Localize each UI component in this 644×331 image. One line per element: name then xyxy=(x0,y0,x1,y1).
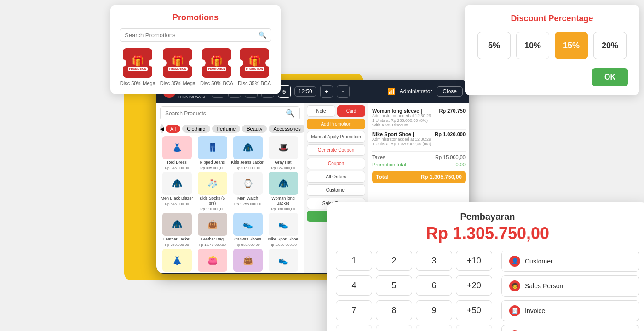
list-item[interactable]: 🎁PROMOTION Disc 50% Mega xyxy=(120,48,155,86)
numpad-button[interactable]: 0 xyxy=(376,325,412,331)
list-item[interactable]: 🧥Men Black BlazerRp 545.000,00 xyxy=(160,172,194,211)
category-beauty[interactable]: Beauty xyxy=(242,125,267,133)
category-clothing[interactable]: Clothing xyxy=(182,125,210,133)
card-button[interactable]: Card xyxy=(337,105,365,117)
numpad-button[interactable]: ⌫ xyxy=(456,325,492,331)
payment-action-button[interactable]: 🧾Invoice xyxy=(501,300,639,321)
numpad-button[interactable]: . xyxy=(416,325,452,331)
list-item[interactable]: 🧥Kids Jeans JacketRp 215.000,00 xyxy=(231,136,264,170)
list-item[interactable]: ⌚Men WatchRp 1.755.000,00 xyxy=(231,172,264,211)
ok-button[interactable]: OK xyxy=(592,68,628,86)
order-item-1-meta3: With a 5% Discount xyxy=(372,123,466,127)
numpad-button[interactable]: +50 xyxy=(456,300,492,320)
list-item[interactable]: 🧥Leather JacketRp 750.000,00 xyxy=(160,213,194,247)
discount-btn-20[interactable]: 20% xyxy=(593,32,627,59)
promotions-panel: Promotions 🔍 🎁PROMOTION Disc 50% Mega 🎁P… xyxy=(110,5,281,94)
list-item[interactable]: 🎁PROMOTION Disc 50% BCA xyxy=(200,48,233,86)
payment-title: Pembayaran xyxy=(336,211,639,222)
promo-name-1: Disc 50% Mega xyxy=(120,80,155,86)
customer-button[interactable]: Customer xyxy=(307,184,365,196)
order-item-1-meta2: 1 Units at Rp 285.000,00 (8%) xyxy=(372,118,466,123)
numpad-button[interactable]: 9 xyxy=(416,300,452,320)
total-label: Total xyxy=(376,174,389,180)
numpad-button[interactable]: +20 xyxy=(456,275,492,296)
numpad-button[interactable]: 3 xyxy=(416,251,452,271)
list-item[interactable]: 👜Leather BagRp 1.240.000,00 xyxy=(196,213,229,247)
discount-title: Discount Percentage xyxy=(476,14,628,23)
promo-label: Promotion total xyxy=(372,162,406,167)
numpad-button[interactable]: 5 xyxy=(376,275,412,296)
numpad-button[interactable]: 2 xyxy=(376,251,412,271)
list-item[interactable]: 👗Beach DressRp 345.000,00 xyxy=(160,249,194,273)
order-item-1-price: Rp 270.750 xyxy=(439,108,466,114)
ticket-icon-1: 🎁PROMOTION xyxy=(123,48,152,78)
add-tab-button[interactable]: + xyxy=(320,85,333,98)
coupon-button[interactable]: Coupon xyxy=(307,158,365,169)
payment-action-icon: 🧾 xyxy=(509,305,520,316)
discount-btn-10[interactable]: 10% xyxy=(516,32,549,59)
numpad-button[interactable]: 7 xyxy=(336,300,372,320)
note-button[interactable]: Note xyxy=(307,105,335,117)
products-grid: 👗Red DressRp 345.000,00👖Ripped JeansRp 3… xyxy=(156,136,304,273)
numpad-button[interactable]: 1 xyxy=(336,251,372,271)
manual-promo-button[interactable]: Manual Apply Promotion xyxy=(307,131,365,143)
promo-name-3: Disc 50% BCA xyxy=(200,80,233,86)
promo-value: 0.00 xyxy=(456,162,466,167)
category-prev-button[interactable]: ◀ xyxy=(160,124,164,133)
numpad-button[interactable]: 4 xyxy=(336,275,372,296)
list-item[interactable]: 👜Lady Bag 2Rp 750.000,00 xyxy=(231,249,264,273)
order-totals: Taxes Rp 15.000,00 Promotion total 0.00 xyxy=(372,151,466,168)
add-promotion-button[interactable]: Add Promotion xyxy=(307,119,365,129)
discount-btn-5[interactable]: 5% xyxy=(477,32,511,59)
list-item[interactable]: 👗Red DressRp 345.000,00 xyxy=(160,136,194,170)
time-display: 12:50 xyxy=(294,86,316,97)
payment-action-button[interactable]: 👤Customer xyxy=(501,251,639,272)
product-search-input[interactable] xyxy=(165,110,286,117)
discount-options: 5% 10% 15% 20% xyxy=(476,32,628,59)
category-accessories[interactable]: Accessories xyxy=(269,125,304,133)
generate-coupon-button[interactable]: Generate Coupon xyxy=(307,144,365,156)
numpad-button[interactable]: C xyxy=(336,325,372,331)
taxes-value: Rp 15.000,00 xyxy=(435,154,466,160)
promo-row: Promotion total 0.00 xyxy=(372,161,466,168)
list-item[interactable]: 🧦Kids Socks (5 prs)Rp 110.000,00 xyxy=(196,172,229,211)
payment-action-button[interactable]: 🧑Sales Person xyxy=(501,275,639,297)
total-value: Rp 1.305.750,00 xyxy=(421,174,462,180)
order-item-2-meta2: 1 Units at Rp 1.020.000,00 (n/a) xyxy=(372,142,466,146)
all-orders-button[interactable]: All Orders xyxy=(307,171,365,183)
close-button[interactable]: Close xyxy=(437,86,463,97)
list-item[interactable]: 👟Canvas ShoesRp 580.000,00 xyxy=(231,213,264,247)
wifi-icon: 📶 xyxy=(387,88,395,95)
list-item[interactable]: 🎁PROMOTION Disc 35% Mega xyxy=(160,48,196,86)
taxes-row: Taxes Rp 15.000,00 xyxy=(372,154,466,161)
list-item[interactable]: 🧥Woman long JacketRp 330.000,00 xyxy=(266,172,300,211)
ticket-icon-2: 🎁PROMOTION xyxy=(163,48,192,78)
promo-name-4: Disc 35% BCA xyxy=(238,80,271,86)
discount-btn-15[interactable]: 15% xyxy=(555,32,588,59)
numpad-button[interactable]: +10 xyxy=(456,251,492,271)
list-item[interactable]: 🎁PROMOTION Disc 35% BCA xyxy=(238,48,271,86)
list-item[interactable]: 🎩Gray HatRp 124.000,00 xyxy=(266,136,300,170)
category-bar: ◀ All Clothing Perfume Beauty Accessorie… xyxy=(156,124,304,136)
promotions-search-input[interactable] xyxy=(125,32,259,39)
numpad-button[interactable]: 8 xyxy=(376,300,412,320)
list-item[interactable]: 👛Lady Bag 1Rp 875.000,00 xyxy=(196,249,229,273)
promo-tickets-list: 🎁PROMOTION Disc 50% Mega 🎁PROMOTION Disc… xyxy=(120,48,271,86)
discount-panel: Discount Percentage 5% 10% 15% 20% OK xyxy=(465,5,639,95)
products-panel: 🔍 ◀ All Clothing Perfume Beauty Accessor… xyxy=(156,103,304,273)
payment-action-button[interactable]: 💰Open Cashbox xyxy=(501,325,639,331)
category-all[interactable]: All xyxy=(166,125,180,133)
list-item[interactable]: 👟Air ShoeRp 650.000,00 xyxy=(266,249,300,273)
payment-actions: 👤Customer🧑Sales Person🧾Invoice💰Open Cash… xyxy=(501,251,639,331)
list-item[interactable]: 👟Nike Sport ShoeRp 1.020.000,00 xyxy=(266,213,300,247)
category-perfume[interactable]: Perfume xyxy=(212,125,241,133)
remove-tab-button[interactable]: - xyxy=(337,85,350,98)
numpad-button[interactable]: 6 xyxy=(416,275,452,296)
list-item[interactable]: 👖Ripped JeansRp 335.000,00 xyxy=(196,136,229,170)
promotions-title: Promotions xyxy=(120,13,271,23)
promotions-search-box: 🔍 xyxy=(120,28,271,42)
payment-amount: Rp 1.305.750,00 xyxy=(336,224,639,243)
payment-action-icon: 👤 xyxy=(509,256,520,267)
order-item-2-price: Rp 1.020.000 xyxy=(435,131,466,137)
order-item-2-meta1: Administrator added at 12:30:29 xyxy=(372,137,466,142)
